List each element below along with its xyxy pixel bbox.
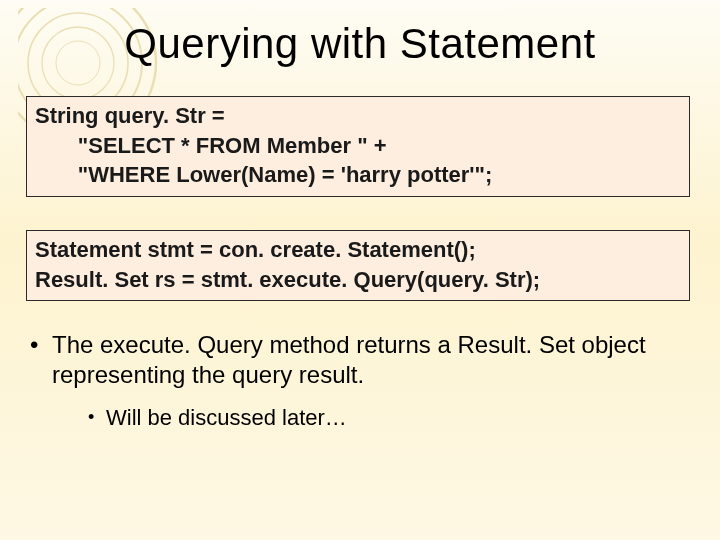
code-line: "SELECT * FROM Member " + bbox=[35, 131, 681, 161]
bullet-item: • The execute. Query method returns a Re… bbox=[30, 330, 690, 390]
code-line: Statement stmt = con. create. Statement(… bbox=[35, 235, 681, 265]
code-line: Result. Set rs = stmt. execute. Query(qu… bbox=[35, 265, 681, 295]
sub-bullet-text: Will be discussed later… bbox=[106, 404, 690, 432]
bullet-text: The execute. Query method returns a Resu… bbox=[52, 330, 690, 390]
sub-bullet-item: • Will be discussed later… bbox=[88, 404, 690, 432]
bullet-dot-icon: • bbox=[30, 330, 52, 390]
slide-title: Querying with Statement bbox=[0, 20, 720, 68]
code-line: "WHERE Lower(Name) = 'harry potter'"; bbox=[35, 160, 681, 190]
code-block-execute: Statement stmt = con. create. Statement(… bbox=[26, 230, 690, 301]
code-block-querystr: String query. Str = "SELECT * FROM Membe… bbox=[26, 96, 690, 197]
bullet-list: • The execute. Query method returns a Re… bbox=[30, 330, 690, 432]
slide: Querying with Statement String query. St… bbox=[0, 0, 720, 540]
bullet-dot-icon: • bbox=[88, 404, 106, 432]
code-line: String query. Str = bbox=[35, 101, 681, 131]
